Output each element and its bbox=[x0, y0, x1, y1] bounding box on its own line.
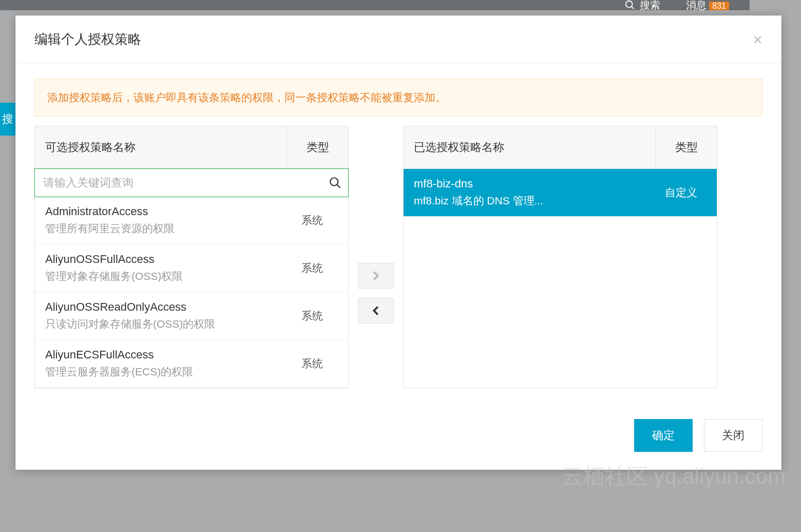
list-item[interactable]: AliyunECSFullAccess 管理云服务器服务(ECS)的权限 系统 bbox=[35, 340, 348, 388]
side-tab[interactable]: 搜 bbox=[0, 103, 15, 136]
search-icon bbox=[329, 176, 342, 189]
list-item[interactable]: AliyunOSSReadOnlyAccess 只读访问对象存储服务(OSS)的… bbox=[35, 292, 348, 340]
policy-name: AdministratorAccess bbox=[45, 205, 287, 218]
policy-name: mf8-biz-dns bbox=[414, 177, 655, 191]
available-header-name: 可选授权策略名称 bbox=[35, 126, 287, 168]
chevron-left-icon bbox=[372, 306, 380, 316]
top-messages-label: 消息 bbox=[686, 0, 707, 10]
svg-line-1 bbox=[631, 7, 634, 9]
top-messages[interactable]: 消息 831 bbox=[686, 0, 729, 10]
available-policies-panel: 可选授权策略名称 类型 AdministratorAccess 管理所有阿里云资… bbox=[34, 126, 349, 388]
available-header-type: 类型 bbox=[287, 126, 348, 168]
policy-search-input[interactable] bbox=[35, 169, 322, 197]
close-icon: × bbox=[753, 30, 762, 49]
svg-point-0 bbox=[625, 1, 632, 8]
list-item[interactable]: AdministratorAccess 管理所有阿里云资源的权限 系统 bbox=[35, 197, 348, 244]
policy-type: 系统 bbox=[287, 261, 338, 275]
policy-desc: 管理对象存储服务(OSS)权限 bbox=[45, 269, 287, 283]
svg-line-3 bbox=[337, 185, 340, 188]
policy-search-wrap bbox=[34, 168, 349, 197]
policy-desc: 管理所有阿里云资源的权限 bbox=[45, 221, 287, 236]
policy-name: AliyunOSSFullAccess bbox=[45, 253, 287, 266]
policy-name: AliyunECSFullAccess bbox=[45, 348, 287, 362]
available-policies-list[interactable]: AdministratorAccess 管理所有阿里云资源的权限 系统 Aliy… bbox=[35, 197, 348, 388]
selected-panel-header: 已选授权策略名称 类型 bbox=[404, 126, 717, 169]
modal-header: 编辑个人授权策略 × bbox=[16, 16, 781, 63]
remove-policy-button[interactable] bbox=[358, 298, 394, 324]
top-search[interactable]: 搜索 bbox=[624, 0, 660, 10]
close-button[interactable]: × bbox=[753, 31, 762, 48]
transfer-arrows bbox=[358, 126, 394, 388]
top-search-label: 搜索 bbox=[640, 0, 660, 10]
policy-transfer: 可选授权策略名称 类型 AdministratorAccess 管理所有阿里云资… bbox=[34, 126, 762, 388]
policy-type: 系统 bbox=[287, 309, 338, 323]
add-policy-button[interactable] bbox=[358, 263, 394, 289]
edit-policy-modal: 编辑个人授权策略 × 添加授权策略后，该账户即具有该条策略的权限，同一条授权策略… bbox=[15, 15, 781, 470]
confirm-button[interactable]: 确定 bbox=[634, 419, 693, 452]
policy-desc: 只读访问对象存储服务(OSS)的权限 bbox=[45, 317, 287, 331]
selected-policies-list[interactable]: mf8-biz-dns mf8.biz 域名的 DNS 管理... 自定义 bbox=[404, 169, 717, 388]
policy-search-button[interactable] bbox=[322, 176, 348, 189]
list-item[interactable]: AliyunOSSFullAccess 管理对象存储服务(OSS)权限 系统 bbox=[35, 244, 348, 292]
policy-desc: 管理云服务器服务(ECS)的权限 bbox=[45, 365, 287, 379]
chevron-right-icon bbox=[372, 271, 380, 281]
policy-desc: mf8.biz 域名的 DNS 管理... bbox=[414, 194, 655, 208]
policy-type: 自定义 bbox=[655, 185, 707, 200]
available-panel-header: 可选授权策略名称 类型 bbox=[35, 126, 348, 169]
top-nav-strip: 搜索 消息 831 bbox=[0, 0, 750, 10]
policy-type: 系统 bbox=[287, 356, 338, 371]
selected-header-name: 已选授权策略名称 bbox=[404, 126, 655, 168]
selected-header-type: 类型 bbox=[655, 126, 717, 168]
modal-title: 编辑个人授权策略 bbox=[34, 30, 141, 48]
cancel-button[interactable]: 关闭 bbox=[704, 419, 762, 452]
list-item[interactable]: mf8-biz-dns mf8.biz 域名的 DNS 管理... 自定义 bbox=[404, 169, 717, 217]
modal-footer: 确定 关闭 bbox=[16, 388, 781, 469]
selected-policies-panel: 已选授权策略名称 类型 mf8-biz-dns mf8.biz 域名的 DNS … bbox=[403, 126, 717, 388]
search-icon bbox=[624, 0, 636, 10]
svg-point-2 bbox=[330, 178, 338, 185]
policy-type: 系统 bbox=[287, 213, 338, 227]
modal-body: 添加授权策略后，该账户即具有该条策略的权限，同一条授权策略不能被重复添加。 可选… bbox=[16, 63, 781, 388]
messages-count-badge: 831 bbox=[709, 2, 729, 10]
policy-name: AliyunOSSReadOnlyAccess bbox=[45, 300, 287, 314]
info-alert: 添加授权策略后，该账户即具有该条策略的权限，同一条授权策略不能被重复添加。 bbox=[34, 79, 762, 117]
